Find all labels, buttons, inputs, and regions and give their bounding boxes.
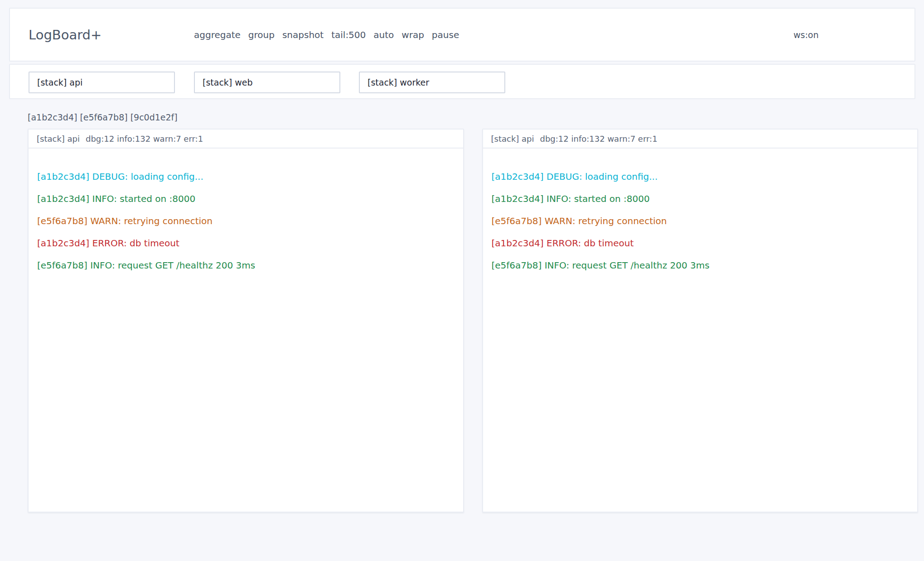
toolbar-item-snapshot[interactable]: snapshot bbox=[282, 29, 324, 40]
header-bar: LogBoard+ aggregate group snapshot tail:… bbox=[9, 8, 915, 62]
toolbar-item-pause[interactable]: pause bbox=[432, 29, 459, 40]
trace-id-list: [a1b2c3d4] [e5f6a7b8] [9c0d1e2f] bbox=[28, 112, 924, 123]
log-panels-row: [stack] api dbg:12 info:132 warn:7 err:1… bbox=[28, 129, 918, 513]
filter-input-worker[interactable] bbox=[359, 72, 505, 93]
trace-id-chip: [a1b2c3d4] bbox=[28, 112, 77, 123]
filter-bar bbox=[9, 64, 915, 99]
websocket-status-badge: ws:on bbox=[793, 30, 819, 40]
log-line: [a1b2c3d4] INFO: started on :8000 bbox=[37, 194, 454, 203]
panel-title: [stack] api bbox=[491, 134, 534, 144]
toolbar-item-auto[interactable]: auto bbox=[373, 29, 394, 40]
app-title: LogBoard+ bbox=[29, 27, 102, 43]
toolbar-item-aggregate[interactable]: aggregate bbox=[194, 29, 241, 40]
trace-id-chip: [e5f6a7b8] bbox=[80, 112, 127, 123]
log-viewport[interactable]: [a1b2c3d4] DEBUG: loading config... [a1b… bbox=[29, 149, 463, 512]
log-line: [a1b2c3d4] DEBUG: loading config... bbox=[492, 172, 909, 181]
toolbar-item-group[interactable]: group bbox=[248, 29, 275, 40]
log-panel-right: [stack] api dbg:12 info:132 warn:7 err:1… bbox=[482, 129, 919, 513]
log-line: [a1b2c3d4] ERROR: db timeout bbox=[492, 239, 909, 248]
log-line: [a1b2c3d4] DEBUG: loading config... bbox=[37, 172, 454, 181]
log-line: [e5f6a7b8] WARN: retrying connection bbox=[492, 216, 909, 225]
log-line: [e5f6a7b8] INFO: request GET /healthz 20… bbox=[492, 261, 909, 270]
log-panel-left: [stack] api dbg:12 info:132 warn:7 err:1… bbox=[28, 129, 464, 513]
toolbar: aggregate group snapshot tail:500 auto w… bbox=[194, 29, 459, 40]
log-line: [e5f6a7b8] INFO: request GET /healthz 20… bbox=[37, 261, 454, 270]
toolbar-item-tail[interactable]: tail:500 bbox=[331, 29, 366, 40]
filter-input-api[interactable] bbox=[29, 72, 175, 93]
panel-header: [stack] api dbg:12 info:132 warn:7 err:1 bbox=[29, 129, 463, 149]
trace-id-chip: [9c0d1e2f] bbox=[131, 112, 178, 123]
panel-header: [stack] api dbg:12 info:132 warn:7 err:1 bbox=[483, 129, 918, 149]
log-line: [a1b2c3d4] INFO: started on :8000 bbox=[492, 194, 909, 203]
panel-level-counts: dbg:12 info:132 warn:7 err:1 bbox=[86, 134, 203, 144]
panel-title: [stack] api bbox=[37, 134, 80, 144]
log-line: [e5f6a7b8] WARN: retrying connection bbox=[37, 216, 454, 225]
filter-input-web[interactable] bbox=[194, 72, 340, 93]
log-line: [a1b2c3d4] ERROR: db timeout bbox=[37, 239, 454, 248]
log-viewport[interactable]: [a1b2c3d4] DEBUG: loading config... [a1b… bbox=[483, 149, 918, 512]
toolbar-item-wrap[interactable]: wrap bbox=[402, 29, 424, 40]
panel-level-counts: dbg:12 info:132 warn:7 err:1 bbox=[540, 134, 658, 144]
app-root: LogBoard+ aggregate group snapshot tail:… bbox=[0, 8, 924, 513]
